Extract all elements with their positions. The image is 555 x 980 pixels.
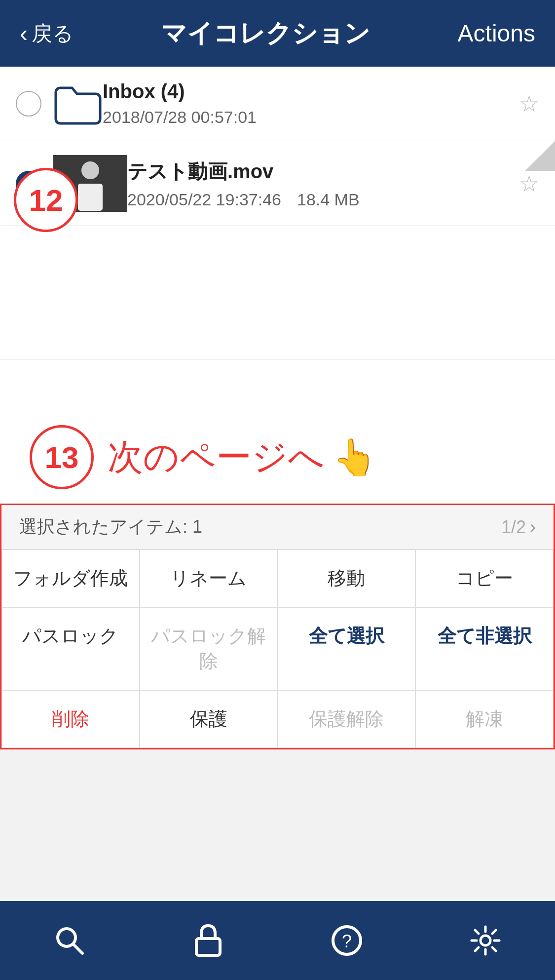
pagination-text: 1/2 bbox=[501, 517, 526, 538]
pagination-chevron-icon[interactable]: › bbox=[530, 517, 536, 538]
search-icon bbox=[54, 925, 85, 956]
content-area: Inbox (4) 2018/07/28 00:57:01 ☆ ✓ テスト動画.… bbox=[0, 67, 555, 424]
star-icon[interactable]: ☆ bbox=[519, 170, 539, 197]
back-label: 戻る bbox=[32, 20, 74, 47]
folder-icon bbox=[53, 83, 103, 125]
empty-row bbox=[0, 295, 555, 359]
create-folder-button[interactable]: フォルダ作成 bbox=[1, 549, 140, 607]
back-button[interactable]: ‹ 戻る bbox=[20, 20, 74, 47]
item-date: 2020/05/22 19:37:46 bbox=[127, 190, 281, 209]
action-row-2: パスロック パスロック解除 全て選択 全て非選択 bbox=[1, 607, 554, 690]
svg-rect-2 bbox=[78, 184, 103, 211]
svg-line-4 bbox=[73, 944, 82, 953]
item-name: テスト動画.mov bbox=[127, 158, 519, 185]
radio-button[interactable] bbox=[16, 91, 41, 117]
pagination: 1/2 › bbox=[501, 517, 536, 538]
item-size: 18.4 MB bbox=[297, 190, 360, 209]
step-badge-12: 12 bbox=[14, 168, 78, 232]
protect-button[interactable]: 保護 bbox=[140, 690, 278, 748]
back-chevron-icon: ‹ bbox=[20, 20, 28, 47]
hand-emoji-icon: 👆 bbox=[333, 436, 377, 478]
action-panel-header: 選択されたアイテム: 1 1/2 › bbox=[1, 505, 554, 549]
unfreeze-button[interactable]: 解凍 bbox=[415, 690, 554, 748]
lock-nav-button[interactable] bbox=[184, 916, 233, 965]
action-row-3: 削除 保護 保護解除 解凍 bbox=[1, 690, 554, 748]
svg-rect-5 bbox=[196, 939, 220, 955]
settings-nav-button[interactable] bbox=[461, 916, 510, 965]
app-header: ‹ 戻る マイコレクション Actions bbox=[0, 0, 555, 67]
rename-button[interactable]: リネーム bbox=[140, 549, 278, 607]
star-icon[interactable]: ☆ bbox=[519, 90, 539, 117]
item-info: Inbox (4) 2018/07/28 00:57:01 bbox=[103, 80, 519, 127]
step13-annotation: 13 次のページへ 👆 bbox=[0, 410, 555, 505]
list-item[interactable]: Inbox (4) 2018/07/28 00:57:01 ☆ bbox=[0, 67, 555, 141]
selected-items-label: 選択されたアイテム: 1 bbox=[19, 515, 202, 539]
select-all-button[interactable]: 全て選択 bbox=[278, 607, 416, 690]
svg-point-1 bbox=[81, 161, 99, 179]
passcode-lock-button[interactable]: パスロック bbox=[1, 607, 140, 690]
step-badge-13: 13 bbox=[30, 425, 94, 489]
svg-text:?: ? bbox=[342, 931, 352, 951]
copy-button[interactable]: コピー bbox=[415, 549, 554, 607]
search-nav-button[interactable] bbox=[45, 916, 94, 965]
delete-button[interactable]: 削除 bbox=[1, 690, 140, 748]
action-row-1: フォルダ作成 リネーム 移動 コピー bbox=[1, 549, 554, 607]
passcode-unlock-button[interactable]: パスロック解除 bbox=[140, 607, 278, 690]
deselect-all-button[interactable]: 全て非選択 bbox=[415, 607, 554, 690]
lock-icon bbox=[193, 924, 223, 957]
help-icon: ? bbox=[331, 925, 363, 956]
step13-text: 次のページへ bbox=[108, 433, 325, 481]
svg-point-8 bbox=[481, 936, 490, 945]
unprotect-button[interactable]: 保護解除 bbox=[278, 690, 416, 748]
move-button[interactable]: 移動 bbox=[278, 549, 416, 607]
item-date: 2018/07/28 00:57:01 bbox=[103, 108, 519, 127]
action-panel: 選択されたアイテム: 1 1/2 › フォルダ作成 リネーム 移動 コピー パス… bbox=[0, 504, 555, 749]
item-name: Inbox (4) bbox=[103, 80, 519, 103]
fold-corner-icon bbox=[525, 141, 555, 171]
list-item[interactable]: ✓ テスト動画.mov 2020/05/22 19:37:46 18.4 MB … bbox=[0, 141, 555, 226]
bottom-navigation: ? bbox=[0, 901, 555, 980]
help-nav-button[interactable]: ? bbox=[322, 916, 371, 965]
item-info: テスト動画.mov 2020/05/22 19:37:46 18.4 MB bbox=[127, 158, 519, 209]
actions-button[interactable]: Actions bbox=[458, 20, 535, 47]
settings-icon bbox=[470, 925, 501, 956]
page-title: マイコレクション bbox=[161, 16, 370, 51]
